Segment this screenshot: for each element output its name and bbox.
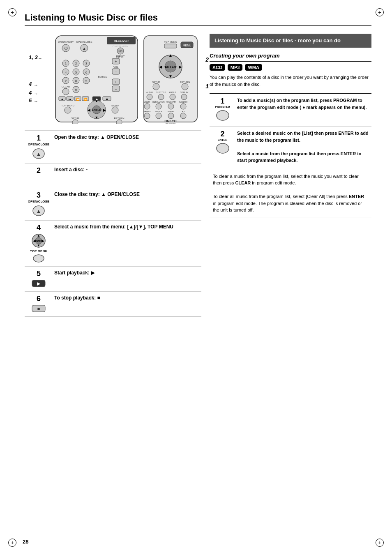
svg-text:MENU: MENU: [111, 104, 119, 107]
svg-text:PROGRAM: PROGRAM: [166, 101, 176, 103]
step-4-top-menu-label: TOP MENU: [30, 249, 47, 253]
svg-text:2: 2: [75, 62, 77, 65]
corner-mark-tr: [376, 8, 384, 16]
arrow-4b: →: [34, 91, 38, 96]
svg-text:RANDOM: RANDOM: [179, 101, 187, 103]
format-badges: ACD MP3 WMA: [210, 64, 371, 71]
svg-text:⏻: ⏻: [64, 46, 68, 50]
label-5: 5: [29, 97, 32, 104]
right-step-1-text: To add a music(s) on the program list, p…: [237, 97, 370, 123]
svg-text:ON/STANDBY: ON/STANDBY: [58, 41, 74, 43]
corner-mark-bl: [8, 539, 16, 547]
svg-text:−: −: [115, 70, 117, 74]
right-step-1-label: PROGRAM: [215, 106, 230, 108]
label-4a: 4: [29, 81, 32, 87]
svg-point-131: [217, 143, 229, 153]
svg-point-67: [112, 107, 118, 113]
svg-point-99: [156, 104, 161, 109]
svg-text:I/O: I/O: [118, 50, 122, 53]
svg-text:SETUP: SETUP: [152, 81, 160, 83]
step-4-number: 4: [37, 224, 41, 231]
step-3-label: OPEN/CLOSE: [28, 200, 49, 203]
svg-text:⏭: ⏭: [69, 98, 71, 101]
step-2-number: 2: [37, 167, 41, 174]
svg-text:INPUT: INPUT: [116, 55, 125, 58]
step-1-num-col: 1 OPEN/CLOSE ▲: [26, 134, 51, 160]
svg-text:8: 8: [75, 79, 77, 83]
svg-text:−: −: [115, 87, 117, 91]
svg-text:ENTER: ENTER: [165, 65, 176, 69]
label-4b: 4: [29, 90, 32, 96]
svg-point-91: [158, 94, 164, 100]
svg-text:VOL: VOL: [113, 66, 119, 68]
svg-text:0: 0: [75, 88, 77, 92]
svg-point-58: [65, 107, 71, 113]
step-5-num-col: 5 ▶: [26, 270, 51, 288]
svg-text:RC-725DV: RC-725DV: [166, 123, 176, 124]
enter-button-icon: [215, 143, 230, 154]
svg-point-111: [180, 113, 186, 119]
svg-text:▼: ▼: [37, 244, 40, 247]
right-step-2-text-main: Select a desired music on the [List] the…: [237, 130, 370, 164]
arrow-4a: →: [34, 83, 38, 88]
step-4-num-col: 4 ▲ ▼ ◀ ▶ ENTER TOP MENU: [26, 224, 51, 263]
svg-text:▶: ▶: [37, 281, 41, 286]
play-button-icon: ▶: [31, 279, 46, 288]
svg-point-105: [144, 113, 150, 119]
svg-text:REPEAT: REPEAT: [168, 111, 174, 113]
svg-text:▲: ▲: [36, 208, 41, 214]
step-2-text: Insert a disc: -: [54, 167, 200, 173]
page-number: 28: [23, 539, 28, 545]
svg-text:MENU: MENU: [183, 44, 191, 47]
right-step-2-text-extra: To clear a music from the program list, …: [210, 170, 371, 217]
step-3-row: 3 OPEN/CLOSE ▲ Close the disc tray: ▲ OP…: [25, 188, 201, 221]
arrow-1-3: →: [38, 56, 42, 61]
svg-text:BD/REC: BD/REC: [98, 76, 108, 78]
open-close-icon-3: ▲: [32, 205, 46, 217]
step-2-num-col: 2: [26, 167, 51, 174]
svg-text:■: ■: [106, 98, 108, 101]
format-description: You can play the contents of a disc in t…: [210, 74, 371, 88]
main-content: 1, 3 → 5 → 4 → 4 → 6: [25, 34, 371, 317]
svg-text:SETUP: SETUP: [71, 117, 79, 120]
svg-text:▶: ▶: [103, 108, 106, 112]
right-step-1-num-col: 1 PROGRAM: [211, 97, 234, 123]
svg-text:+: +: [115, 60, 117, 64]
svg-point-71: [116, 120, 122, 124]
svg-point-125: [33, 255, 44, 262]
svg-point-109: [168, 113, 174, 119]
creating-section-title: Creating your own program: [210, 53, 371, 59]
right-step-2-row: 2 ENTER Select a desired music on the [L…: [210, 127, 371, 217]
svg-text:MARKER: MARKER: [143, 111, 150, 113]
svg-text:TOP MENU: TOP MENU: [61, 104, 74, 107]
svg-point-97: [144, 104, 150, 109]
step-5-row: 5 ▶ Start playback: ▶: [25, 267, 201, 292]
step-3-num-col: 3 OPEN/CLOSE ▲: [26, 191, 51, 217]
svg-text:SEARCH: SEARCH: [155, 111, 162, 113]
svg-text:▶: ▶: [179, 64, 182, 69]
svg-point-40: [62, 88, 69, 95]
svg-rect-74: [164, 44, 177, 48]
corner-mark-br: [376, 539, 384, 547]
svg-point-69: [72, 120, 78, 124]
svg-text:4: 4: [65, 71, 67, 74]
svg-point-85: [153, 83, 159, 90]
right-annotation-1: 1: [205, 83, 209, 90]
step-5-text: Start playback: ▶: [54, 270, 200, 276]
top-menu-button-icon: [32, 254, 45, 263]
step-6-text: To stop playback: ■: [54, 295, 200, 301]
svg-text:◀: ◀: [88, 108, 90, 112]
step-1-label: OPEN/CLOSE: [28, 143, 49, 146]
svg-text:3: 3: [85, 62, 88, 65]
svg-text:⏩: ⏩: [84, 97, 88, 101]
svg-text:ZOOM: ZOOM: [144, 101, 150, 103]
step-6-row: 6 ■ To stop playback: ■: [25, 292, 201, 317]
stop-button-icon: ■: [31, 304, 46, 313]
svg-text:5: 5: [75, 71, 77, 74]
svg-text:+: +: [115, 80, 117, 84]
remotes-area: 1, 3 → 5 → 4 → 4 → 6: [25, 34, 201, 124]
right-step-1-number: 1: [220, 97, 224, 106]
svg-text:ENTER: ENTER: [35, 240, 42, 242]
svg-text:ONKYO: ONKYO: [164, 119, 176, 123]
steps-section: 1 OPEN/CLOSE ▲ Open the disc tray: ▲ OPE…: [25, 131, 201, 317]
